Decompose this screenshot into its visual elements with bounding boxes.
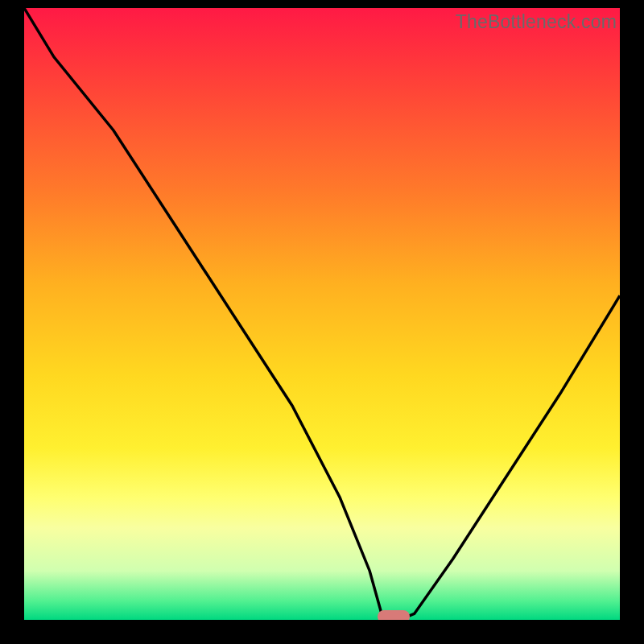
watermark-text: TheBottleneck.com — [456, 11, 617, 33]
chart-frame — [0, 0, 644, 644]
